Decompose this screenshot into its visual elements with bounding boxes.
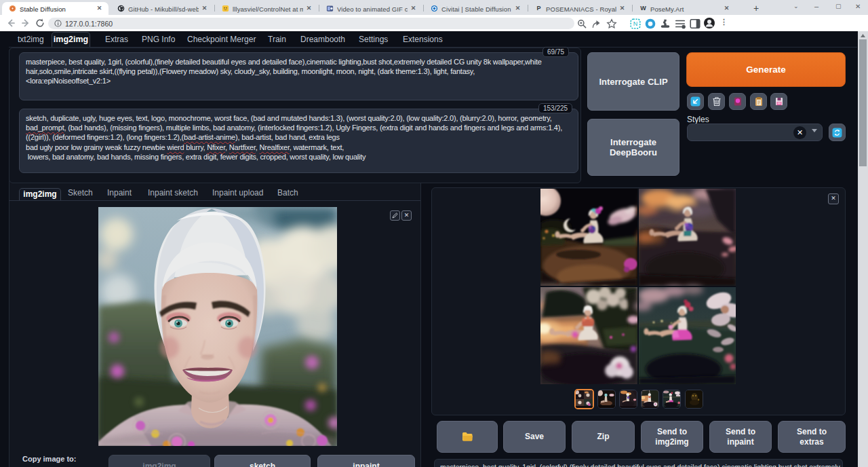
svg-text:N: N <box>633 20 638 27</box>
